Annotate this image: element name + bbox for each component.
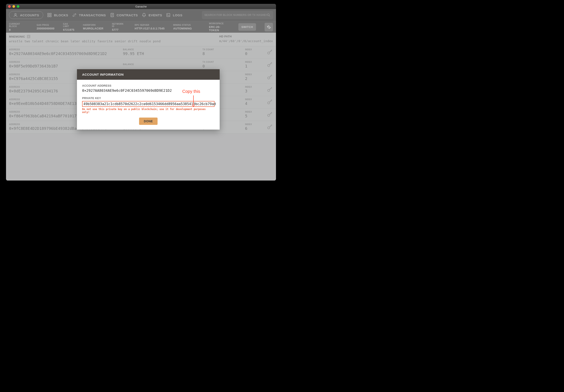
modal-title: ACCOUNT INFORMATION bbox=[77, 69, 220, 80]
account-info-modal: ACCOUNT INFORMATION ACCOUNT ADDRESS 0×29… bbox=[77, 69, 220, 130]
done-button[interactable]: DONE bbox=[139, 118, 157, 125]
modal-address-value: 0×2927AA8034AE9e6c0F24C0345597069d8D9E21… bbox=[82, 88, 214, 93]
modal-pk-label: PRIVATE KEY bbox=[82, 97, 214, 100]
titlebar: Ganache bbox=[6, 4, 276, 9]
window-title: Ganache bbox=[6, 5, 276, 8]
modal-pk-warning: Do not use this private key on a public … bbox=[82, 108, 214, 114]
app-window: Ganache ACCOUNTS BLOCKS TRANSACTIONS CON… bbox=[6, 4, 276, 181]
modal-address-label: ACCOUNT ADDRESS bbox=[82, 84, 214, 87]
modal-pk-value[interactable]: 49b508383a21c1cdb8570d2622c2ce0d6153466d… bbox=[82, 101, 214, 107]
app-body: ACCOUNTS BLOCKS TRANSACTIONS CONTRACTS E… bbox=[6, 9, 276, 181]
